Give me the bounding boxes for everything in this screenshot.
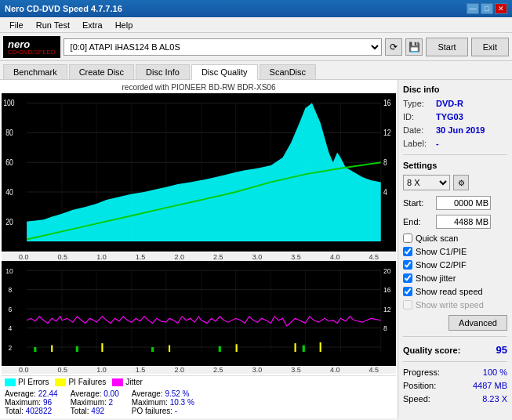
start-button[interactable]: Start: [426, 38, 467, 56]
show-jitter-checkbox[interactable]: [403, 273, 412, 283]
position-row: Position: 4487 MB: [403, 381, 507, 390]
divider-1: [403, 154, 507, 155]
po-failures-value: -: [175, 407, 177, 415]
svg-text:100: 100: [3, 100, 14, 108]
pi-errors-total: 402822: [26, 407, 52, 415]
tab-disc-info[interactable]: Disc Info: [136, 64, 190, 79]
advanced-button[interactable]: Advanced: [448, 315, 507, 331]
right-panel: Disc info Type: DVD-R ID: TYG03 Date: 30…: [398, 80, 512, 418]
pi-failures-color: [55, 378, 66, 386]
exit-button[interactable]: Exit: [471, 38, 509, 56]
title-bar: Nero CD-DVD Speed 4.7.7.16 — □ ✕: [0, 0, 512, 17]
jitter-legend: Jitter: [112, 378, 143, 386]
po-failures-label: PO failures:: [132, 407, 172, 415]
pi-failures-label: PI Failures: [68, 378, 106, 386]
jitter-avg: 9.52 %: [165, 389, 189, 398]
disc-date-value: 30 Jun 2019: [436, 125, 485, 135]
charts-container: 16 12 8 4 100 80 60 40 20 0.0 0.5 1.0 1.…: [2, 93, 396, 374]
show-jitter-label: Show jitter: [416, 273, 456, 283]
svg-text:10: 10: [5, 266, 13, 275]
close-button[interactable]: ✕: [495, 3, 507, 14]
show-c1pie-checkbox[interactable]: [403, 247, 412, 256]
logo-sub: CD•DVD/SPEED: [8, 49, 56, 56]
svg-text:2: 2: [9, 343, 13, 352]
end-input[interactable]: [436, 215, 491, 229]
start-input[interactable]: [436, 196, 491, 210]
main-content: recorded with PIONEER BD-RW BDR-XS06: [0, 80, 512, 418]
settings-title: Settings: [403, 161, 507, 170]
show-read-speed-label: Show read speed: [416, 287, 483, 296]
pi-failures-total: 492: [91, 407, 104, 415]
pi-errors-color: [5, 378, 16, 386]
menu-help[interactable]: Help: [109, 20, 140, 31]
lower-chart: 20 16 12 8 10 8 6 4 2: [2, 261, 396, 366]
window-title: Nero CD-DVD Speed 4.7.7.16: [5, 4, 122, 13]
svg-text:80: 80: [5, 129, 13, 138]
show-c2pif-row: Show C2/PIF: [403, 260, 507, 270]
show-c1pie-row: Show C1/PIE: [403, 247, 507, 256]
menu-bar: File Run Test Extra Help: [0, 17, 512, 33]
progress-row: Progress: 100 %: [403, 368, 507, 377]
disc-info-title: Disc info: [403, 85, 507, 94]
show-read-speed-row: Show read speed: [403, 287, 507, 296]
pi-failures-max: 2: [109, 398, 114, 407]
pi-errors-stats: Average: 22.44 Maximum: 96 Total: 402822: [5, 389, 58, 415]
menu-file[interactable]: File: [3, 20, 30, 31]
speed-row-progress: Speed: 8.23 X: [403, 394, 507, 404]
divider-3: [403, 361, 507, 362]
position-value: 4487 MB: [473, 381, 507, 390]
refresh-icon[interactable]: ⟳: [385, 38, 402, 56]
show-c1pie-label: Show C1/PIE: [416, 247, 467, 256]
divider-2: [403, 336, 507, 337]
end-mb-row: End:: [403, 215, 507, 229]
upper-chart: 16 12 8 4 100 80 60 40 20: [2, 93, 396, 252]
show-read-speed-checkbox[interactable]: [403, 287, 412, 296]
maximize-button[interactable]: □: [481, 3, 493, 14]
window-controls: — □ ✕: [467, 3, 507, 14]
tab-create-disc[interactable]: Create Disc: [69, 64, 134, 79]
pi-errors-legend: PI Errors: [5, 378, 49, 386]
disc-id-row: ID: TYG03: [403, 112, 507, 121]
quick-scan-label: Quick scan: [416, 234, 458, 243]
chart-area: recorded with PIONEER BD-RW BDR-XS06: [0, 80, 398, 418]
lower-chart-svg: 20 16 12 8 10 8 6 4 2: [2, 261, 396, 366]
minimize-button[interactable]: —: [467, 3, 479, 14]
tab-disc-quality[interactable]: Disc Quality: [191, 64, 258, 80]
logo: nero CD•DVD/SPEED: [3, 36, 60, 58]
svg-text:6: 6: [9, 305, 13, 313]
jitter-stats: Average: 9.52 % Maximum: 10.3 % PO failu…: [132, 389, 194, 415]
legend: PI Errors PI Failures Jitter: [2, 375, 396, 388]
save-icon[interactable]: 💾: [405, 38, 423, 56]
settings-icon[interactable]: ⚙: [453, 175, 469, 190]
jitter-label: Jitter: [125, 378, 143, 386]
pi-failures-stats: Average: 0.00 Maximum: 2 Total: 492: [71, 389, 119, 415]
disc-date-row: Date: 30 Jun 2019: [403, 125, 507, 135]
speed-selector[interactable]: 8 X Max 1 X 2 X 4 X 16 X: [403, 175, 450, 190]
menu-run-test[interactable]: Run Test: [30, 20, 76, 31]
svg-marker-16: [27, 103, 381, 241]
menu-extra[interactable]: Extra: [76, 20, 109, 31]
pi-errors-label: PI Errors: [18, 378, 49, 386]
show-write-speed-row: Show write speed: [403, 300, 507, 310]
pi-failures-avg: 0.00: [103, 389, 118, 398]
svg-text:16: 16: [383, 100, 391, 108]
show-c2pif-checkbox[interactable]: [403, 260, 412, 270]
show-c2pif-label: Show C2/PIF: [416, 260, 467, 270]
drive-selector[interactable]: [0:0] ATAPI iHAS124 B AL0S: [64, 38, 383, 56]
disc-type-label: Type:: [403, 99, 433, 108]
quick-scan-checkbox[interactable]: [403, 234, 412, 243]
svg-text:40: 40: [5, 188, 13, 197]
pi-errors-avg: 22.44: [38, 389, 58, 398]
jitter-max: 10.3 %: [170, 398, 194, 407]
svg-text:8: 8: [9, 285, 13, 294]
chart-title: recorded with PIONEER BD-RW BDR-XS06: [2, 81, 396, 93]
show-write-speed-label: Show write speed: [416, 300, 484, 310]
disc-type-row: Type: DVD-R: [403, 99, 507, 108]
tab-benchmark[interactable]: Benchmark: [3, 64, 67, 79]
svg-text:20: 20: [383, 266, 391, 275]
svg-text:4: 4: [9, 324, 13, 332]
disc-label-value: -: [436, 139, 439, 148]
start-mb-row: Start:: [403, 196, 507, 210]
tab-bar: Benchmark Create Disc Disc Info Disc Qua…: [0, 61, 512, 80]
tab-scan-disc[interactable]: ScanDisc: [260, 64, 316, 79]
